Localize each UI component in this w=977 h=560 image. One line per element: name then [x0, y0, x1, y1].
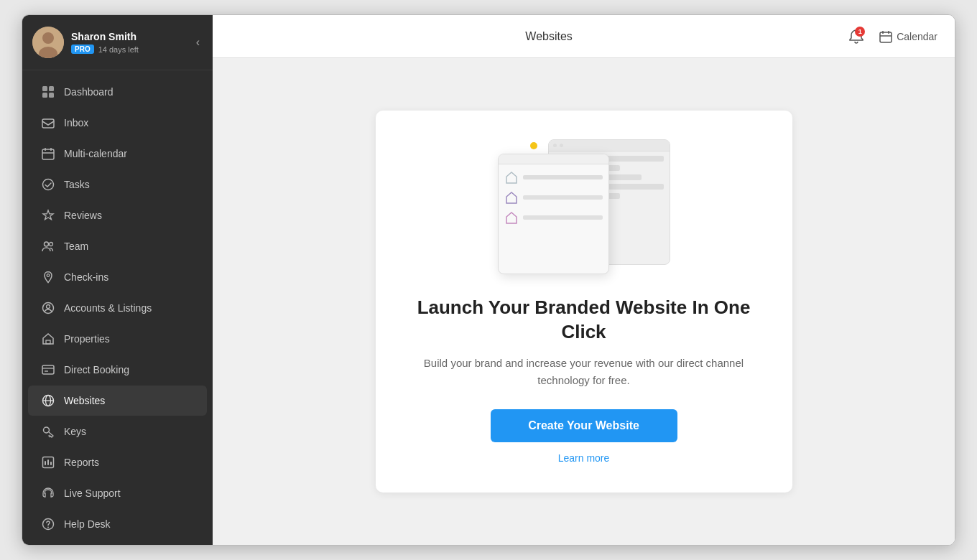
sidebar-item-check-ins[interactable]: Check-ins: [28, 262, 207, 292]
avatar: [32, 27, 64, 58]
mock-line: [523, 175, 603, 179]
mock-home-icon-3: [504, 210, 519, 225]
sidebar-item-label: Direct Booking: [64, 364, 129, 375]
direct-icon: [41, 363, 55, 377]
sidebar: Sharon Smith PRO 14 days left ‹: [22, 15, 213, 545]
sidebar-item-label: Keys: [64, 426, 86, 437]
svg-rect-3: [42, 86, 47, 91]
sidebar-item-label: Inbox: [64, 117, 88, 129]
mock-back-header: [549, 140, 670, 151]
sidebar-item-properties[interactable]: Properties: [28, 324, 207, 354]
svg-rect-19: [42, 365, 54, 374]
mock-front-card: [498, 154, 609, 274]
sidebar-header: Sharon Smith PRO 14 days left ‹: [22, 15, 213, 70]
sidebar-item-log-out[interactable]: Log Out: [28, 540, 207, 545]
promo-title: Launch Your Branded Website In One Click: [410, 296, 758, 345]
calendar-button[interactable]: Calendar: [879, 30, 937, 43]
sidebar-item-label: Accounts & Listings: [64, 302, 152, 314]
mock-row-1: [504, 170, 603, 185]
website-illustration: [498, 139, 670, 276]
properties-icon: [41, 332, 55, 346]
svg-rect-6: [49, 93, 54, 98]
svg-point-13: [45, 242, 49, 246]
sidebar-item-direct-booking[interactable]: Direct Booking: [28, 355, 207, 385]
svg-point-15: [47, 274, 50, 277]
svg-point-25: [44, 427, 50, 433]
sidebar-item-websites[interactable]: Websites: [28, 386, 207, 416]
sidebar-item-label: Reports: [64, 457, 99, 468]
notification-badge: 1: [855, 27, 865, 37]
svg-point-12: [43, 179, 54, 190]
calendar-label: Calendar: [897, 31, 937, 42]
sidebar-item-label: Team: [64, 241, 88, 252]
sidebar-item-label: Tasks: [64, 179, 90, 190]
create-website-button[interactable]: Create Your Website: [491, 409, 677, 442]
svg-rect-5: [42, 93, 47, 98]
user-name: Sharon Smith: [71, 31, 186, 43]
learn-more-link[interactable]: Learn more: [410, 452, 758, 464]
sidebar-item-label: Websites: [64, 395, 105, 406]
sidebar-item-label: Properties: [64, 333, 110, 345]
decoration-dot-1: [530, 142, 537, 149]
checkins-icon: [41, 270, 55, 284]
sidebar-item-label: Live Support: [64, 487, 121, 499]
sidebar-item-dashboard[interactable]: Dashboard: [28, 77, 207, 107]
sidebar-item-inbox[interactable]: Inbox: [28, 108, 207, 138]
topbar: Websites 1 Calendar: [213, 15, 955, 58]
website-mockup: [498, 139, 670, 276]
sidebar-item-multi-calendar[interactable]: Multi-calendar: [28, 139, 207, 169]
dot: [553, 144, 557, 147]
websites-icon: [41, 393, 55, 408]
pro-badge: PRO: [71, 45, 94, 54]
sidebar-item-help-desk[interactable]: Help Desk: [28, 509, 207, 539]
svg-rect-33: [880, 32, 892, 42]
page-title: Websites: [525, 30, 573, 43]
svg-rect-4: [49, 86, 54, 91]
notification-button[interactable]: 1: [845, 25, 868, 48]
team-icon: [41, 239, 55, 253]
svg-point-17: [47, 305, 50, 309]
mock-home-icon-2: [504, 190, 519, 205]
keys-icon: [41, 424, 55, 439]
user-meta: PRO 14 days left: [71, 45, 186, 54]
svg-rect-8: [42, 149, 54, 159]
mock-row-3: [504, 210, 603, 225]
mock-line: [523, 215, 603, 220]
calendar-icon: [41, 146, 55, 161]
promo-card: Launch Your Branded Website In One Click…: [376, 111, 792, 493]
reports-icon: [41, 455, 55, 470]
main-content: Websites 1 Calendar: [213, 15, 955, 545]
sidebar-item-reports[interactable]: Reports: [28, 447, 207, 477]
tasks-icon: [41, 177, 55, 192]
calendar-topbar-icon: [879, 30, 892, 43]
mock-front-header: [499, 154, 608, 164]
app-frame: Sharon Smith PRO 14 days left ‹: [22, 14, 955, 546]
topbar-actions: 1 Calendar: [845, 25, 937, 48]
mock-row-2: [504, 190, 603, 205]
sidebar-item-tasks[interactable]: Tasks: [28, 169, 207, 200]
svg-rect-21: [45, 370, 48, 372]
mock-home-icon-1: [504, 170, 519, 185]
sidebar-item-keys[interactable]: Keys: [28, 416, 207, 447]
content-area: Launch Your Branded Website In One Click…: [213, 58, 955, 545]
svg-rect-7: [42, 119, 54, 128]
user-info: Sharon Smith PRO 14 days left: [71, 31, 186, 55]
sidebar-item-label: Multi-calendar: [64, 148, 127, 159]
help-icon: [41, 517, 55, 531]
collapse-sidebar-button[interactable]: ‹: [193, 33, 203, 52]
sidebar-item-reviews[interactable]: Reviews: [28, 200, 207, 230]
sidebar-item-label: Check-ins: [64, 271, 108, 283]
svg-point-1: [42, 32, 54, 44]
days-left: 14 days left: [98, 45, 139, 54]
mock-line: [523, 195, 603, 200]
sidebar-item-live-support[interactable]: Live Support: [28, 478, 207, 508]
accounts-icon: [41, 301, 55, 315]
svg-point-31: [47, 527, 49, 528]
nav-list: Dashboard Inbox: [22, 70, 213, 545]
sidebar-item-accounts-listings[interactable]: Accounts & Listings: [28, 293, 207, 323]
promo-description: Build your brand and increase your reven…: [410, 355, 758, 389]
mock-front-body: [499, 164, 608, 230]
sidebar-item-label: Dashboard: [64, 86, 114, 98]
support-icon: [41, 486, 55, 500]
sidebar-item-team[interactable]: Team: [28, 231, 207, 261]
